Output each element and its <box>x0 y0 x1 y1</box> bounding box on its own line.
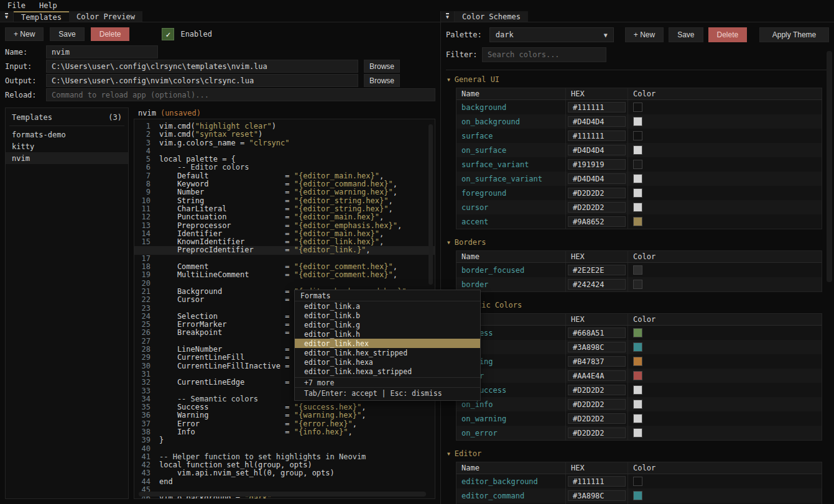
editor-horizontal-scrollbar[interactable] <box>139 492 426 497</box>
code-line[interactable]: 20 <box>134 280 435 288</box>
hex-value-field[interactable]: #D2D2D2 <box>568 428 626 438</box>
popup-item-editor_link.h[interactable]: editor_link.h <box>295 329 480 339</box>
popup-item-editor_link.hex[interactable]: editor_link.hex <box>295 339 480 348</box>
save-palette-button[interactable]: Save <box>669 27 703 42</box>
code-line[interactable]: 3vim.g.colors_name = "clrsync" <box>134 139 435 147</box>
code-line[interactable]: 10 String = "{editor_string.hex}", <box>134 197 435 205</box>
section-header[interactable]: ▼General UI <box>447 74 822 85</box>
code-line[interactable]: 7 Default = "{editor_main.hex}", <box>134 172 435 180</box>
popup-item-editor_link.a[interactable]: editor_link.a <box>295 301 480 311</box>
popup-more-item[interactable]: +7 more <box>295 377 480 387</box>
code-line[interactable]: 14 Identifier = "{editor_main.hex}", <box>134 230 435 238</box>
code-line[interactable]: 4 <box>134 147 435 155</box>
hex-value-field[interactable]: #191919 <box>568 159 626 170</box>
new-template-button[interactable]: + New <box>5 27 44 41</box>
color-swatch[interactable] <box>633 203 642 212</box>
palette-select[interactable]: dark ▼ <box>489 27 614 42</box>
code-line[interactable]: 15 KnownIdentifier = "{editor_link.hex}"… <box>134 238 435 246</box>
template-item-formats-demo[interactable]: formats-demo <box>6 129 128 140</box>
color-swatch[interactable] <box>633 174 642 183</box>
hex-value-field[interactable]: #111111 <box>568 476 626 487</box>
enabled-checkbox[interactable]: ✓ <box>162 28 174 40</box>
code-line[interactable]: 44end <box>134 478 435 486</box>
collapse-panel-button[interactable]: ▼ <box>441 11 455 22</box>
template-item-kitty[interactable]: kitty <box>6 140 128 152</box>
hex-value-field[interactable]: #668A51 <box>568 328 626 338</box>
menu-item-help[interactable]: Help <box>39 1 57 10</box>
color-swatch[interactable] <box>633 145 642 155</box>
code-line[interactable]: 9 Number = "{editor_warning.hex}", <box>134 188 435 196</box>
color-swatch[interactable] <box>633 131 642 140</box>
section-header[interactable]: ▼Editor <box>447 448 822 459</box>
hex-value-field[interactable]: #D2D2D2 <box>568 385 626 395</box>
browse-output-button[interactable]: Browse <box>364 74 400 87</box>
code-line[interactable]: 39} <box>134 436 435 444</box>
collapse-panel-button[interactable]: ▼ <box>0 11 14 22</box>
code-line[interactable]: 41-- Helper function to set highlights i… <box>134 453 435 461</box>
browse-input-button[interactable]: Browse <box>364 60 400 73</box>
name-field[interactable] <box>46 45 158 58</box>
code-line[interactable]: 42local function set_hl(group, opts) <box>134 461 435 469</box>
delete-template-button[interactable]: Delete <box>91 27 130 41</box>
color-swatch[interactable] <box>633 371 642 380</box>
popup-item-editor_link.hexa[interactable]: editor_link.hexa <box>295 357 480 367</box>
color-search-input[interactable] <box>482 47 606 62</box>
input-path-field[interactable] <box>46 60 358 73</box>
delete-palette-button[interactable]: Delete <box>708 27 748 42</box>
section-header[interactable]: ▼Borders <box>447 237 822 248</box>
section-header[interactable]: ▼Semantic Colors <box>447 300 822 311</box>
hex-value-field[interactable]: #D2D2D2 <box>568 188 626 198</box>
color-swatch[interactable] <box>633 342 642 352</box>
panel-scrollbar[interactable] <box>827 51 832 282</box>
code-line[interactable]: PreprocIdentifier = "{editor_link.}", <box>134 246 435 254</box>
reload-command-field[interactable] <box>46 88 435 101</box>
color-swatch[interactable] <box>633 217 642 226</box>
color-swatch[interactable] <box>633 328 642 337</box>
color-swatch[interactable] <box>633 385 642 395</box>
code-line[interactable]: 37 Error = "{error.hex}", <box>134 420 435 428</box>
hex-value-field[interactable]: #2E2E2E <box>568 265 626 275</box>
code-line[interactable]: 38 Info = "{info.hex}", <box>134 428 435 436</box>
code-line[interactable]: 1vim.cmd("highlight clear") <box>134 122 435 131</box>
hex-value-field[interactable]: #B47837 <box>568 356 626 367</box>
code-line[interactable]: 35 Success = "{success.hex}", <box>134 403 435 411</box>
color-swatch[interactable] <box>633 103 642 112</box>
color-swatch[interactable] <box>633 117 642 126</box>
code-line[interactable]: 2vim.cmd("syntax reset") <box>134 131 435 139</box>
hex-value-field[interactable]: #3A898C <box>568 342 626 352</box>
hex-value-field[interactable]: #D4D4D4 <box>568 145 626 155</box>
color-swatch[interactable] <box>633 188 642 198</box>
save-template-button[interactable]: Save <box>50 27 84 41</box>
hex-value-field[interactable]: #D2D2D2 <box>568 202 626 213</box>
code-line[interactable]: 36 Warning = "{warning.hex}", <box>134 411 435 419</box>
color-swatch[interactable] <box>633 357 642 366</box>
code-line[interactable]: 11 CharLiteral = "{editor_string.hex}", <box>134 205 435 213</box>
code-line[interactable]: 18 Comment = "{editor_comment.hex}", <box>134 263 435 271</box>
code-line[interactable]: 12 Punctuation = "{editor_main.hex}", <box>134 213 435 221</box>
color-swatch[interactable] <box>633 414 642 423</box>
editor-vertical-scrollbar[interactable] <box>429 124 433 285</box>
code-line[interactable]: 19 MultiLineComment = "{editor_comment.h… <box>134 271 435 279</box>
code-line[interactable]: 5local palette = { <box>134 155 435 163</box>
popup-item-editor_link.g[interactable]: editor_link.g <box>295 320 480 329</box>
color-swatch[interactable] <box>633 477 642 486</box>
hex-value-field[interactable]: #242424 <box>568 279 626 290</box>
code-line[interactable]: 6 -- Editor colors <box>134 163 435 172</box>
code-line[interactable]: 43 vim.api.nvim_set_hl(0, group, opts) <box>134 469 435 477</box>
code-line[interactable]: 13 Preprocessor = "{editor_emphasis.hex}… <box>134 222 435 230</box>
hex-value-field[interactable]: #AA4E4A <box>568 370 626 381</box>
hex-value-field[interactable]: #111111 <box>568 131 626 141</box>
hex-value-field[interactable]: #D4D4D4 <box>568 173 626 184</box>
hex-value-field[interactable]: #D2D2D2 <box>568 399 626 410</box>
hex-value-field[interactable]: #9A8652 <box>568 216 626 227</box>
color-swatch[interactable] <box>633 280 642 289</box>
code-line[interactable]: 40 <box>134 445 435 453</box>
new-palette-button[interactable]: + New <box>625 27 664 42</box>
popup-item-editor_link.b[interactable]: editor_link.b <box>295 311 480 320</box>
template-item-nvim[interactable]: nvim <box>6 152 128 164</box>
tab-templates[interactable]: Templates <box>14 11 69 22</box>
hex-value-field[interactable]: #3A898C <box>568 490 626 501</box>
hex-value-field[interactable]: #111111 <box>568 102 626 112</box>
menu-item-file[interactable]: File <box>7 1 25 10</box>
hex-value-field[interactable]: #D4D4D4 <box>568 116 626 127</box>
